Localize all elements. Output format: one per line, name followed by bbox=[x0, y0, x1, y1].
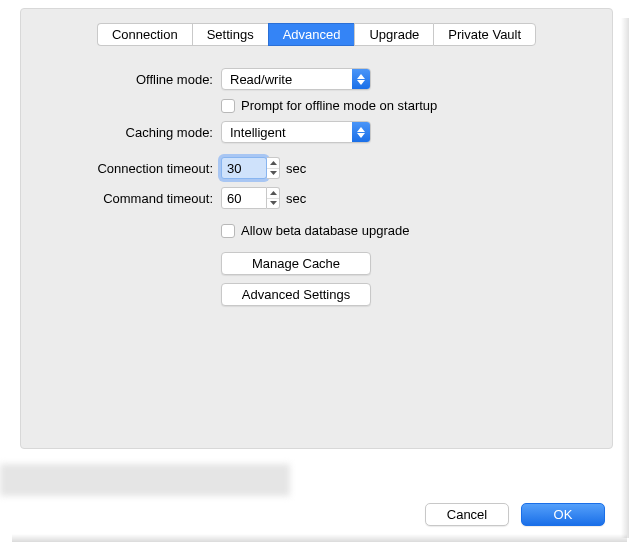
cancel-button[interactable]: Cancel bbox=[425, 503, 509, 526]
shadow-decoration bbox=[621, 18, 629, 538]
svg-marker-1 bbox=[357, 80, 365, 85]
prompt-offline-label: Prompt for offline mode on startup bbox=[241, 98, 437, 113]
tab-private-vault[interactable]: Private Vault bbox=[433, 23, 536, 46]
offline-mode-label: Offline mode: bbox=[21, 72, 221, 87]
prompt-offline-checkbox[interactable] bbox=[221, 99, 235, 113]
manage-cache-button[interactable]: Manage Cache bbox=[221, 252, 371, 275]
connection-timeout-stepper[interactable] bbox=[221, 157, 280, 179]
svg-marker-4 bbox=[270, 161, 277, 165]
caching-mode-value: Intelligent bbox=[222, 125, 352, 140]
svg-marker-3 bbox=[357, 133, 365, 138]
settings-panel: Connection Settings Advanced Upgrade Pri… bbox=[20, 8, 613, 449]
chevron-up-icon[interactable] bbox=[267, 158, 279, 169]
svg-marker-2 bbox=[357, 127, 365, 132]
stepper-arrows[interactable] bbox=[267, 187, 280, 209]
chevron-up-icon[interactable] bbox=[267, 188, 279, 199]
tab-advanced[interactable]: Advanced bbox=[268, 23, 355, 46]
command-timeout-stepper[interactable] bbox=[221, 187, 280, 209]
dialog-buttons: Cancel OK bbox=[425, 503, 605, 526]
shadow-decoration bbox=[12, 534, 627, 542]
advanced-settings-button[interactable]: Advanced Settings bbox=[221, 283, 371, 306]
connection-timeout-unit: sec bbox=[286, 161, 306, 176]
updown-icon bbox=[352, 69, 370, 89]
tab-connection[interactable]: Connection bbox=[97, 23, 192, 46]
svg-marker-6 bbox=[270, 191, 277, 195]
svg-marker-5 bbox=[270, 171, 277, 175]
updown-icon bbox=[352, 122, 370, 142]
svg-marker-7 bbox=[270, 201, 277, 205]
command-timeout-input[interactable] bbox=[221, 187, 267, 209]
tab-upgrade[interactable]: Upgrade bbox=[354, 23, 433, 46]
stepper-arrows[interactable] bbox=[267, 157, 280, 179]
svg-marker-0 bbox=[357, 74, 365, 79]
ok-button[interactable]: OK bbox=[521, 503, 605, 526]
offline-mode-select[interactable]: Read/write bbox=[221, 68, 371, 90]
allow-beta-checkbox[interactable] bbox=[221, 224, 235, 238]
caching-mode-select[interactable]: Intelligent bbox=[221, 121, 371, 143]
caching-mode-label: Caching mode: bbox=[21, 125, 221, 140]
command-timeout-unit: sec bbox=[286, 191, 306, 206]
advanced-form: Offline mode: Read/write Prompt for offl… bbox=[21, 68, 612, 306]
chevron-down-icon[interactable] bbox=[267, 169, 279, 179]
connection-timeout-input[interactable] bbox=[221, 157, 267, 179]
tab-bar: Connection Settings Advanced Upgrade Pri… bbox=[21, 23, 612, 46]
command-timeout-label: Command timeout: bbox=[21, 191, 221, 206]
allow-beta-label: Allow beta database upgrade bbox=[241, 223, 409, 238]
tab-settings[interactable]: Settings bbox=[192, 23, 268, 46]
connection-timeout-label: Connection timeout: bbox=[21, 161, 221, 176]
offline-mode-value: Read/write bbox=[222, 72, 352, 87]
redacted-region bbox=[0, 464, 290, 496]
chevron-down-icon[interactable] bbox=[267, 199, 279, 209]
